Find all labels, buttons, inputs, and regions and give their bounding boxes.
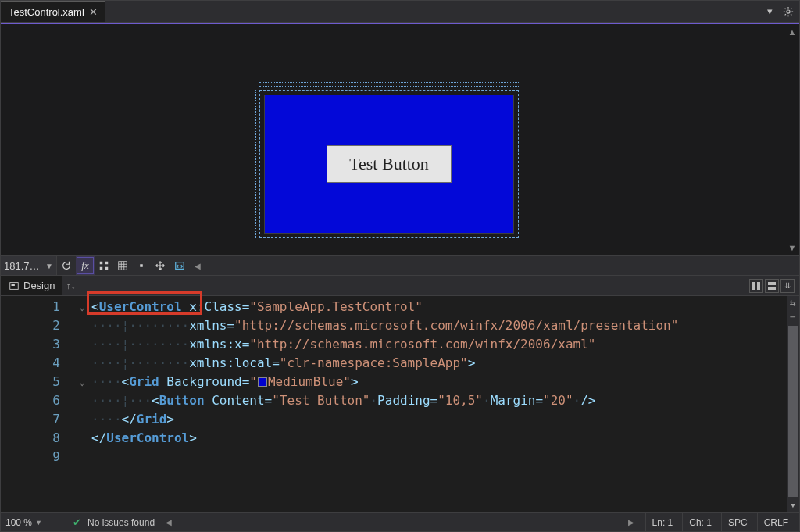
scroll-down-icon[interactable]: ▼ — [788, 243, 797, 252]
svg-rect-7 — [175, 262, 184, 270]
hscroll-left-icon[interactable]: ◀ — [188, 256, 207, 275]
designer-canvas[interactable]: Test Button — [264, 95, 514, 234]
ruler-vertical — [252, 90, 256, 238]
line-number-gutter: 1 2 3 4 5 6 7 8 9 — [1, 296, 73, 512]
split-tabs: Design ↑↓ XAML ⇊ — [1, 276, 799, 296]
col-indicator[interactable]: Ch: 1 — [682, 513, 718, 531]
designer-pane[interactable]: Test Button ▲ ▼ — [1, 24, 799, 255]
fold-icon[interactable]: ⌄ — [73, 373, 91, 391]
grid-icon[interactable] — [95, 256, 113, 275]
designer-toolbar: 181.7… ▼ fx ◀ — [1, 255, 799, 276]
code-view-icon[interactable] — [170, 256, 188, 275]
status-bar: 100 % ▼ ✔ No issues found ◀ ▶ Ln: 1 Ch: … — [1, 512, 799, 531]
scroll-left-icon[interactable]: ◀ — [166, 518, 172, 527]
chevron-down-icon: ▼ — [45, 262, 53, 270]
designer-zoom-dropdown[interactable]: 181.7… ▼ — [1, 256, 57, 275]
line-indicator[interactable]: Ln: 1 — [645, 513, 680, 531]
close-icon[interactable]: ✕ — [89, 6, 98, 18]
split-pane-controls: ⇊ — [749, 276, 799, 295]
svg-rect-13 — [768, 282, 776, 285]
code-editor[interactable]: 1 2 3 4 5 6 7 8 9 ⌄ ⌄ <UserControl x:Cla… — [1, 296, 799, 512]
svg-rect-11 — [752, 282, 755, 290]
design-icon — [9, 280, 20, 291]
svg-rect-5 — [119, 262, 127, 270]
fold-icon[interactable]: ⌄ — [73, 298, 91, 316]
svg-rect-3 — [100, 267, 103, 270]
split-horizontal-icon[interactable] — [765, 279, 779, 293]
tab-title: TestControl.xaml — [9, 6, 84, 18]
ruler-horizontal — [259, 82, 519, 87]
fold-gutter: ⌄ ⌄ — [73, 296, 91, 512]
svg-rect-12 — [757, 282, 760, 290]
designer-scrollbar-vertical[interactable]: ▲ ▼ — [787, 27, 798, 252]
document-tab[interactable]: TestControl.xaml ✕ — [1, 1, 105, 22]
test-button[interactable]: Test Button — [327, 145, 452, 183]
design-tab[interactable]: Design — [1, 276, 62, 295]
svg-rect-14 — [768, 287, 776, 290]
effects-icon[interactable]: fx — [76, 256, 95, 275]
code-body[interactable]: <UserControl x:Class="SampleApp.TestCont… — [91, 296, 799, 512]
svg-rect-6 — [140, 264, 143, 267]
scroll-up-icon[interactable]: ▲ — [788, 27, 797, 37]
zoom-level[interactable]: 100 % ▼ — [5, 517, 52, 528]
color-swatch-icon — [258, 377, 267, 387]
snap-lines-icon[interactable] — [132, 256, 151, 275]
tab-bar: TestControl.xaml ✕ ▾ — [1, 1, 799, 23]
svg-rect-1 — [100, 262, 103, 265]
indent-indicator[interactable]: SPC — [721, 513, 754, 531]
editor-scrollbar-vertical[interactable]: ⇆ − ▼ — [787, 296, 799, 512]
snap-grid-icon[interactable] — [113, 256, 132, 275]
design-tab-label: Design — [23, 280, 55, 291]
eol-indicator[interactable]: CRLF — [757, 513, 795, 531]
tab-dropdown-icon[interactable]: ▾ — [762, 1, 777, 22]
svg-rect-4 — [105, 267, 109, 270]
split-vertical-icon[interactable] — [749, 279, 763, 293]
usercontrol-preview[interactable]: Test Button — [264, 95, 514, 234]
collapse-pane-icon[interactable]: ⇊ — [780, 279, 795, 293]
swap-icon: ↑↓ — [66, 280, 75, 291]
move-icon[interactable] — [151, 256, 170, 275]
scroll-right-icon[interactable]: ▶ — [628, 518, 634, 527]
editor-window: TestControl.xaml ✕ ▾ Test Button ▲ ▼ — [0, 0, 800, 532]
check-icon: ✔ — [73, 516, 81, 528]
refresh-icon[interactable] — [57, 256, 76, 275]
gear-icon[interactable] — [777, 1, 799, 22]
svg-rect-9 — [12, 284, 15, 286]
issues-label[interactable]: No issues found — [88, 517, 155, 528]
swap-panes-button[interactable]: ↑↓ — [62, 276, 78, 295]
svg-rect-2 — [105, 262, 109, 265]
chevron-down-icon: ▼ — [35, 519, 42, 527]
zoom-value: 181.7… — [4, 260, 40, 272]
editor-scrollbar-horizontal[interactable]: ◀ ▶ — [166, 517, 634, 528]
svg-point-0 — [787, 9, 790, 12]
